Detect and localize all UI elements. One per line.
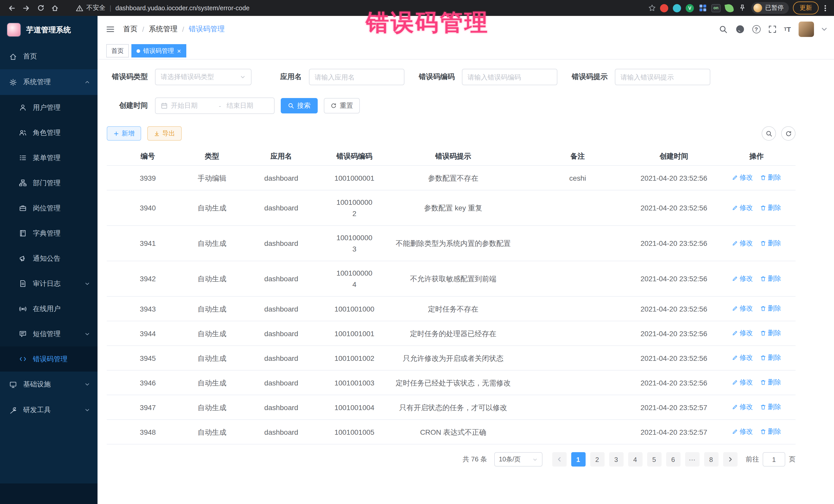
add-button[interactable]: 新增	[107, 126, 141, 140]
extension-on-icon[interactable]: on	[711, 4, 721, 12]
edit-link[interactable]: 修改	[732, 401, 753, 413]
edit-link[interactable]: 修改	[732, 273, 753, 284]
export-button[interactable]: 导出	[147, 126, 182, 140]
extension-record-icon[interactable]	[660, 4, 668, 12]
delete-link[interactable]: 删除	[760, 303, 781, 314]
cell-app: dashboard	[235, 225, 327, 261]
sidebar-item-document[interactable]: 审计日志	[0, 271, 97, 296]
edit-link[interactable]: 修改	[732, 352, 753, 364]
show-search-icon[interactable]	[762, 126, 776, 140]
forward-icon[interactable]	[20, 1, 33, 15]
extension-drop-icon[interactable]	[673, 4, 681, 12]
delete-link[interactable]: 删除	[760, 327, 781, 339]
page-button-8[interactable]: 8	[704, 452, 718, 466]
error-hint-input[interactable]	[615, 69, 710, 85]
delete-link[interactable]: 删除	[760, 172, 781, 183]
browser-menu-icon[interactable]	[822, 4, 829, 12]
delete-link[interactable]: 删除	[760, 377, 781, 388]
prev-page-button[interactable]	[552, 452, 566, 466]
sidebar-item-megaphone[interactable]: 通知公告	[0, 246, 97, 271]
delete-link[interactable]: 删除	[760, 401, 781, 413]
fullscreen-icon[interactable]	[768, 25, 776, 34]
extension-v-icon[interactable]: V	[686, 4, 694, 12]
edit-link[interactable]: 修改	[732, 303, 753, 314]
error-code-input[interactable]	[462, 69, 557, 85]
cell-time: 2021-04-20 23:52:56	[630, 321, 718, 346]
chevron-down-icon[interactable]	[822, 27, 827, 31]
sidebar-item-wrench[interactable]: 研发工具	[0, 397, 97, 423]
page-button-3[interactable]: 3	[609, 452, 623, 466]
sidebar-item-list[interactable]: 菜单管理	[0, 145, 97, 170]
profile-paused-badge[interactable]: 已暂停	[751, 2, 789, 14]
edit-link[interactable]: 修改	[732, 426, 753, 437]
address-bar[interactable]: 不安全 | dashboard.yudao.iocoder.cn/system/…	[76, 4, 660, 12]
extension-grid-icon[interactable]	[699, 4, 707, 12]
delete-link[interactable]: 删除	[760, 273, 781, 284]
edit-link[interactable]: 修改	[732, 202, 753, 213]
delete-link[interactable]: 删除	[760, 202, 781, 213]
next-page-button[interactable]	[723, 452, 737, 466]
page-size-select[interactable]: 10条/页	[494, 452, 543, 466]
sidebar-item-monitor[interactable]: 基础设施	[0, 372, 97, 397]
breadcrumb-home[interactable]: 首页	[123, 25, 137, 34]
error-type-select[interactable]: 请选择错误码类型	[155, 69, 251, 85]
column-header: 创建时间	[630, 148, 718, 166]
sidebar-item-tree[interactable]: 部门管理	[0, 170, 97, 196]
tab-0[interactable]: 首页	[106, 44, 129, 58]
page-ellipsis[interactable]: ···	[685, 452, 699, 466]
extensions-pin-icon[interactable]	[738, 4, 746, 12]
page-button-6[interactable]: 6	[666, 452, 680, 466]
extension-leaf-icon[interactable]	[724, 3, 734, 13]
sidebar-toggle-icon[interactable]	[106, 25, 115, 34]
edit-link[interactable]: 修改	[732, 172, 753, 183]
sidebar: 芋道管理系统 首页系统管理用户管理角色管理菜单管理部门管理岗位管理字典管理通知公…	[0, 16, 97, 504]
goto-page-input[interactable]	[763, 452, 785, 466]
sidebar-item-online[interactable]: 在线用户	[0, 296, 97, 321]
cell-code: 1001001003	[327, 370, 381, 395]
sidebar-item-user[interactable]: 用户管理	[0, 95, 97, 120]
update-button[interactable]: 更新	[793, 2, 819, 14]
reset-button[interactable]: 重置	[324, 98, 360, 113]
app-logo[interactable]: 芋道管理系统	[0, 16, 97, 44]
page-button-1[interactable]: 1	[571, 452, 585, 466]
url-text[interactable]: dashboard.yudao.iocoder.cn/system/error-…	[115, 4, 250, 12]
app-name-input[interactable]	[309, 69, 404, 85]
tab-1[interactable]: 错误码管理×	[131, 44, 186, 58]
cell-code: 1001001004	[327, 395, 381, 420]
delete-link[interactable]: 删除	[760, 237, 781, 249]
security-warning[interactable]: 不安全	[76, 4, 106, 12]
refresh-table-icon[interactable]	[781, 126, 795, 140]
sidebar-item-briefcase[interactable]: 岗位管理	[0, 196, 97, 221]
back-icon[interactable]	[5, 1, 19, 15]
page-button-4[interactable]: 4	[628, 452, 642, 466]
font-size-icon[interactable]: TT	[784, 25, 791, 33]
delete-link[interactable]: 删除	[760, 352, 781, 364]
user-avatar[interactable]	[798, 22, 814, 37]
tab-close-icon[interactable]: ×	[177, 47, 181, 54]
reload-icon[interactable]	[34, 1, 47, 15]
browser-home-icon[interactable]	[48, 1, 62, 15]
breadcrumb-system[interactable]: 系统管理	[149, 25, 178, 34]
help-icon[interactable]: ?	[752, 25, 760, 34]
sidebar-item-gear[interactable]: 系统管理	[0, 69, 97, 95]
sidebar-item-home[interactable]: 首页	[0, 44, 97, 69]
sidebar-item-book[interactable]: 字典管理	[0, 221, 97, 246]
date-range-picker[interactable]: 开始日期 - 结束日期	[155, 97, 275, 114]
search-button[interactable]: 搜索	[281, 98, 318, 113]
page-button-2[interactable]: 2	[590, 452, 604, 466]
sidebar-item-message[interactable]: 短信管理	[0, 321, 97, 346]
page-button-5[interactable]: 5	[647, 452, 661, 466]
delete-link[interactable]: 删除	[760, 426, 781, 437]
trash-icon	[760, 330, 766, 336]
pencil-icon	[732, 275, 738, 282]
cell-memo	[525, 261, 630, 297]
edit-link[interactable]: 修改	[732, 327, 753, 339]
github-icon[interactable]	[735, 25, 744, 34]
edit-link[interactable]: 修改	[732, 377, 753, 388]
sidebar-item-users[interactable]: 角色管理	[0, 120, 97, 145]
bookmark-star-icon[interactable]	[648, 4, 656, 12]
edit-link[interactable]: 修改	[732, 237, 753, 249]
sidebar-item-code[interactable]: 错误码管理	[0, 346, 97, 372]
search-icon[interactable]	[719, 25, 727, 34]
sidebar-item-label: 字典管理	[33, 229, 61, 238]
